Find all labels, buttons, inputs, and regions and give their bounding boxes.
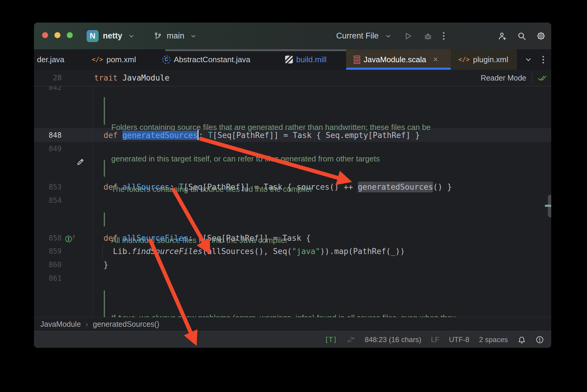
line-separator[interactable]: LF xyxy=(431,335,439,344)
line-number[interactable]: 860 xyxy=(34,258,62,271)
line-number[interactable]: 849 xyxy=(34,142,62,155)
line-number[interactable]: 854 xyxy=(34,194,62,207)
doc-comment-bar xyxy=(104,213,105,226)
tab-der-java[interactable]: der.java xyxy=(34,49,84,70)
gutter-separator xyxy=(92,70,93,317)
file-encoding[interactable]: UTF-8 xyxy=(449,335,469,344)
branch-name[interactable]: main xyxy=(167,31,185,41)
run-configuration[interactable]: Current File xyxy=(336,31,379,41)
code-line-860[interactable]: } xyxy=(94,258,108,271)
editor-tab-bar: der.java </> pom.xml C AbstractConstant.… xyxy=(34,49,551,70)
type-highlighting-badge[interactable]: [T] xyxy=(324,336,337,344)
breadcrumb-item[interactable]: generatedSources() xyxy=(93,320,159,329)
tab-plugin-xml[interactable]: </> plugin.xml xyxy=(451,49,517,70)
status-bar: [T] 848:23 (16 chars) LF UTF-8 2 spaces xyxy=(34,331,551,348)
window-controls xyxy=(42,32,73,38)
settings-gear-icon[interactable] xyxy=(536,31,546,41)
line-transfer-icon[interactable] xyxy=(347,335,355,344)
doc-comment-bar xyxy=(104,97,105,125)
code-line-848[interactable]: def generatedSources: T[Seq[PathRef]] = … xyxy=(94,129,420,142)
close-tab-icon[interactable]: × xyxy=(433,55,438,64)
error-info-icon[interactable] xyxy=(536,335,544,344)
project-name[interactable]: netty xyxy=(103,31,122,41)
line-number[interactable]: 859 xyxy=(34,245,62,258)
code-editor[interactable]: 842 Folders containing source files that… xyxy=(34,70,551,317)
xml-file-icon: </> xyxy=(92,56,103,63)
scrollbar-position-mark xyxy=(545,205,551,207)
more-actions-icon[interactable] xyxy=(443,32,444,40)
xml-file-icon: </> xyxy=(458,56,470,63)
zoom-window-button[interactable] xyxy=(67,32,73,38)
reader-mode-label[interactable]: Reader Mode xyxy=(481,74,526,82)
debug-icon[interactable] xyxy=(423,31,433,41)
usage-highlight: generatedSources xyxy=(358,182,433,191)
git-branch-icon xyxy=(153,31,163,41)
line-number-current[interactable]: 848 xyxy=(34,129,62,142)
tab-abstract-constant-java[interactable]: C AbstractConstant.java xyxy=(155,49,278,70)
code-line-858[interactable]: def allSourceFiles: T[Seq[PathRef]] = Ta… xyxy=(94,231,311,245)
tab-options-icon[interactable] xyxy=(542,56,544,63)
java-class-icon: C xyxy=(162,56,171,64)
overrides-gutter-icon[interactable]: I↑ xyxy=(65,234,77,243)
breadcrumb-bar: JavaModule › generatedSources() xyxy=(34,317,551,331)
minimize-window-button[interactable] xyxy=(54,32,60,38)
breadcrumb-chevron: › xyxy=(86,320,88,329)
caret-position[interactable]: 848:23 (16 chars) xyxy=(365,335,421,344)
tab-list-chevron-down-icon[interactable] xyxy=(524,56,532,63)
branch-chevron-down-icon[interactable] xyxy=(189,31,198,41)
search-icon[interactable] xyxy=(517,31,527,41)
doc-comment-bar xyxy=(104,290,105,317)
run-config-chevron-down-icon[interactable] xyxy=(383,31,393,41)
separator xyxy=(532,73,532,83)
line-number[interactable]: 853 xyxy=(34,180,62,194)
line-number[interactable]: 861 xyxy=(34,272,62,285)
inspections-ok-check-icon[interactable] xyxy=(537,74,546,83)
sticky-trait-name: JavaModule xyxy=(122,73,170,82)
close-window-button[interactable] xyxy=(42,32,48,38)
sticky-line-number: 28 xyxy=(34,70,62,86)
ide-window: N netty main Current File xyxy=(34,23,551,348)
edit-pencil-icon[interactable] xyxy=(76,157,85,166)
project-icon[interactable]: N xyxy=(87,30,99,42)
sticky-declaration-header[interactable]: 28 trait JavaModule xyxy=(34,70,551,86)
doc-comment-bar xyxy=(104,160,105,177)
code-line-859[interactable]: Lib.findSourceFiles(allSources(), Seq("j… xyxy=(94,245,405,258)
scala-file-icon xyxy=(354,56,360,64)
mill-file-icon xyxy=(285,56,293,63)
notifications-bell-icon[interactable] xyxy=(518,335,526,344)
tab-pom-xml[interactable]: </> pom.xml xyxy=(84,49,155,70)
title-bar: N netty main Current File xyxy=(34,23,551,49)
project-chevron-down-icon[interactable] xyxy=(127,31,136,41)
indent-setting[interactable]: 2 spaces xyxy=(479,335,508,344)
breadcrumb-item[interactable]: JavaModule xyxy=(40,320,81,329)
run-icon[interactable] xyxy=(403,31,413,41)
code-line-853[interactable]: def allSources: T[Seq[PathRef]] = Task {… xyxy=(94,180,452,194)
selected-identifier: generatedSources xyxy=(122,131,198,140)
line-number[interactable]: 858 xyxy=(34,231,62,245)
tab-build-mill[interactable]: build.mill xyxy=(278,49,346,70)
active-tab-indicator xyxy=(346,68,451,70)
doc-comment-text: If true, we always show problems (errors… xyxy=(111,292,459,317)
add-user-icon[interactable] xyxy=(498,31,507,41)
tab-javamodule-scala[interactable]: JavaModule.scala × xyxy=(346,49,451,70)
